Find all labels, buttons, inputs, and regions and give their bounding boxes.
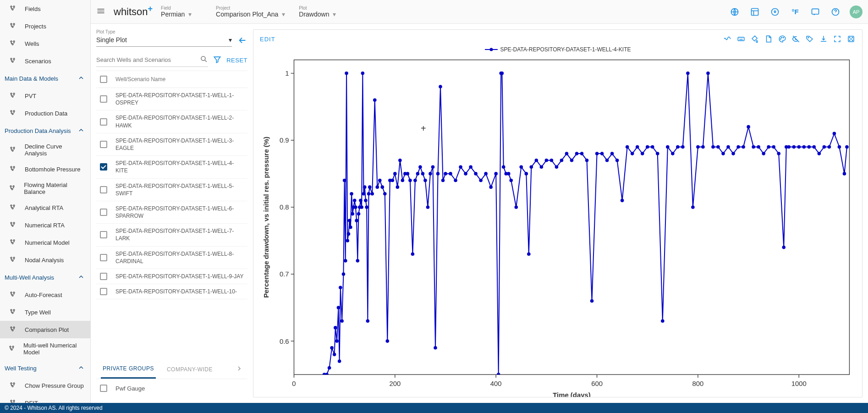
svg-point-252	[843, 172, 846, 176]
nav-item-chow-pressure-group[interactable]: Chow Pressure Group	[0, 377, 90, 394]
well-checkbox[interactable]	[100, 288, 107, 295]
nav-projects[interactable]: Projects	[0, 17, 90, 35]
download-icon[interactable]	[769, 6, 781, 18]
tab-company-wide[interactable]: COMPANY-WIDE	[165, 361, 214, 378]
well-search-input[interactable]	[96, 53, 208, 67]
svg-point-162	[431, 165, 435, 169]
well-row[interactable]: SPE-DATA-REPOSITORY-DATASET-1-WELL-5-SWI…	[96, 179, 247, 201]
tabs-next-icon[interactable]	[236, 365, 243, 374]
breadcrumb-project[interactable]: ProjectComparison Plot_Ana▾	[216, 6, 285, 18]
nav-item-multi-well-numerical-model[interactable]: Multi-well Numerical Model	[0, 338, 90, 359]
nav-wells[interactable]: Wells	[0, 35, 90, 52]
fill-tool-icon[interactable]	[750, 34, 759, 44]
grid-icon	[8, 237, 18, 248]
plot-type-select[interactable]: Plot Type Single Plot ▾	[96, 29, 232, 47]
well-checkbox[interactable]	[100, 141, 107, 148]
well-row[interactable]: SPE-DATA-REPOSITORY-DATASET-1-WELL-1-OSP…	[96, 88, 247, 110]
tag-tool-icon[interactable]	[805, 34, 814, 44]
well-row[interactable]: SPE-DATA-REPOSITORY-DATASET-1-WELL-8-CAR…	[96, 247, 247, 269]
svg-point-201	[590, 299, 594, 303]
edit-chart-button[interactable]: EDIT	[260, 36, 275, 43]
globe-icon[interactable]	[729, 6, 741, 18]
svg-point-244	[802, 145, 806, 149]
dashboard-icon[interactable]	[749, 6, 761, 18]
svg-point-147	[393, 172, 397, 176]
wave-tool-icon[interactable]	[723, 34, 732, 44]
svg-point-150	[401, 179, 405, 182]
keyboard-tool-icon[interactable]	[736, 34, 746, 44]
svg-point-117	[348, 219, 352, 222]
collapse-panel-icon[interactable]	[237, 35, 247, 47]
nav-group-well-testing[interactable]: Well Testing	[0, 359, 90, 377]
well-checkbox[interactable]	[100, 163, 107, 171]
nav-item-numerical-rta[interactable]: Numerical RTA	[0, 216, 90, 234]
well-checkbox[interactable]	[100, 273, 107, 280]
svg-point-113	[344, 259, 347, 263]
export-tool-icon[interactable]	[819, 34, 828, 44]
nav-item-production-data[interactable]: Production Data	[0, 105, 90, 122]
temperature-unit-toggle[interactable]: °F	[789, 6, 801, 18]
help-icon[interactable]	[830, 6, 841, 18]
nav-group-main-data-models[interactable]: Main Data & Models	[0, 70, 90, 87]
nav-scenarios[interactable]: Scenarios	[0, 52, 90, 70]
well-row[interactable]: SPE-DATA-REPOSITORY-DATASET-1-WELL-9-JAY	[96, 269, 247, 284]
well-checkbox[interactable]	[100, 209, 107, 216]
well-checkbox[interactable]	[100, 186, 107, 193]
menu-toggle-icon[interactable]	[96, 6, 105, 17]
fullscreen-tool-icon[interactable]	[833, 34, 842, 44]
filter-icon[interactable]	[213, 55, 222, 66]
well-checkbox[interactable]	[100, 95, 107, 103]
svg-point-28	[13, 205, 15, 206]
palette-tool-icon[interactable]	[778, 34, 787, 44]
breadcrumb-plot[interactable]: PlotDrawdown▾	[299, 6, 340, 18]
nav-item-analytical-rta[interactable]: Analytical RTA	[0, 199, 90, 216]
nav-fields[interactable]: Fields	[0, 0, 90, 17]
well-row[interactable]: SPE-DATA-REPOSITORY-DATASET-1-WELL-7-LAR…	[96, 224, 247, 246]
svg-point-37	[13, 257, 15, 259]
feedback-icon[interactable]	[809, 6, 821, 18]
select-all-checkbox[interactable]	[100, 76, 107, 83]
well-checkbox[interactable]	[100, 254, 107, 261]
nav-group-multi-well-analysis[interactable]: Multi-Well Analysis	[0, 269, 90, 286]
nav-item-comparison-plot[interactable]: Comparison Plot	[0, 321, 90, 338]
well-row[interactable]: SPE-DATA-REPOSITORY-DATASET-1-WELL-4-KIT…	[96, 156, 247, 178]
nav-group-production-data-analysis[interactable]: Production Data Analysis	[0, 122, 90, 139]
svg-point-116	[347, 232, 351, 236]
nav-item-auto-forecast[interactable]: Auto-Forecast	[0, 286, 90, 303]
nav-item-flowing-material-balance[interactable]: Flowing Material Balance	[0, 178, 90, 199]
nav-item-decline-curve-analysis[interactable]: Decline Curve Analysis	[0, 139, 90, 160]
nav-item-pvt[interactable]: PVT	[0, 87, 90, 105]
svg-point-131	[362, 192, 366, 196]
note-tool-icon[interactable]	[764, 34, 773, 44]
random-tool-icon[interactable]	[846, 34, 856, 44]
well-row[interactable]: SPE-DATA-REPOSITORY-DATASET-1-WELL-10-	[96, 284, 247, 299]
breadcrumb-field[interactable]: FieldPermian▾	[161, 6, 202, 18]
nav-item-numerical-model[interactable]: Numerical Model	[0, 234, 90, 251]
svg-point-215	[661, 319, 665, 323]
well-checkbox[interactable]	[100, 231, 107, 238]
plot-type-value: Single Plot	[96, 36, 127, 44]
svg-point-222	[696, 145, 700, 149]
well-checkbox[interactable]	[100, 118, 107, 126]
well-row[interactable]: SPE-DATA-REPOSITORY-DATASET-1-WELL-3-EAG…	[96, 133, 247, 156]
tab-private-groups[interactable]: PRIVATE GROUPS	[101, 360, 156, 379]
hide-tool-icon[interactable]	[791, 34, 801, 44]
svg-point-204	[605, 159, 609, 162]
nav-item-dfit[interactable]: DFIT	[0, 394, 90, 403]
chart-plot-area[interactable]: 020040060080010000.60.70.80.91Time (days…	[260, 54, 856, 397]
svg-point-64	[780, 39, 781, 39]
user-avatar[interactable]: AP	[850, 6, 863, 18]
nav-item-bottomhole-pressure[interactable]: Bottomhole Pressure	[0, 160, 90, 178]
nav-item-type-well[interactable]: Type Well	[0, 303, 90, 321]
svg-point-146	[391, 179, 395, 182]
svg-text:400: 400	[490, 380, 502, 387]
svg-point-156	[416, 172, 420, 176]
svg-point-48	[10, 346, 11, 347]
group-checkbox[interactable]	[100, 385, 107, 392]
reset-button[interactable]: RESET	[226, 57, 247, 64]
well-row[interactable]: SPE-DATA-REPOSITORY-DATASET-1-WELL-2-HAW…	[96, 110, 247, 133]
svg-point-243	[797, 145, 801, 149]
well-row[interactable]: SPE-DATA-REPOSITORY-DATASET-1-WELL-6-SPA…	[96, 201, 247, 224]
nav-item-nodal-analysis[interactable]: Nodal Analysis	[0, 251, 90, 269]
svg-text:Percentage drawdown, vs initia: Percentage drawdown, vs initial res. pre…	[262, 137, 270, 298]
